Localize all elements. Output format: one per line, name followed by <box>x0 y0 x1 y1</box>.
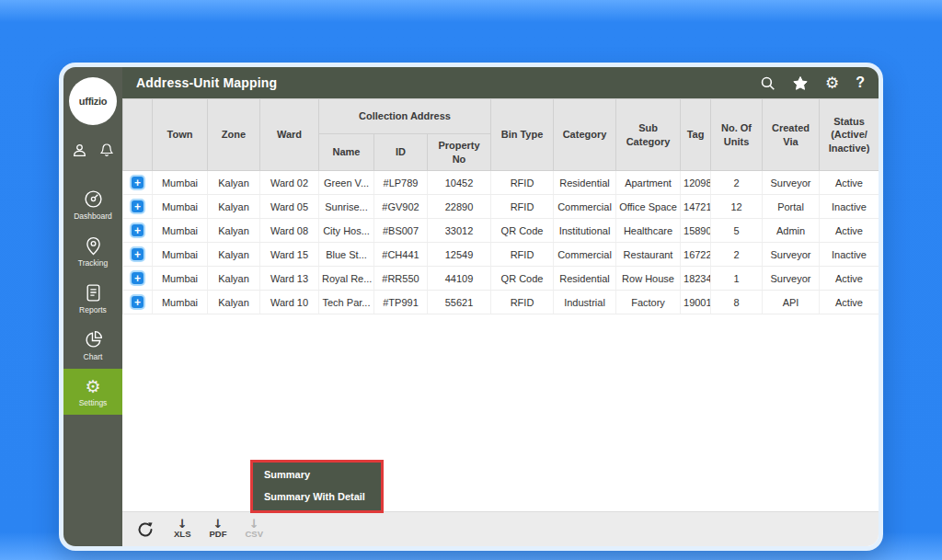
notifications-bell-icon[interactable] <box>99 143 114 162</box>
cell-tag: 18234 <box>681 267 711 291</box>
cell-category: Commercial <box>554 243 616 267</box>
col-header-bin-type: Bin Type <box>491 99 554 171</box>
cell-zone: Kalyan <box>208 243 260 267</box>
cell-property-no: 44109 <box>428 267 491 291</box>
cell-bin-type: QR Code <box>491 219 554 243</box>
cell-name: Blue St... <box>319 243 374 267</box>
cell-category: Industrial <box>554 291 616 314</box>
cell-town: Mumbai <box>153 267 208 291</box>
cell-units: 5 <box>711 219 763 243</box>
titlebar: Address-Unit Mapping ⚙ ? <box>122 67 879 98</box>
cell-zone: Kalyan <box>208 267 260 291</box>
cell-bin-type: RFID <box>491 195 554 219</box>
export-options-popup: Summary Summary With Detail <box>250 460 384 513</box>
expand-row-icon[interactable]: + <box>132 200 144 212</box>
sidebar-item-label: Chart <box>84 352 103 361</box>
address-unit-table-wrap: Town Zone Ward Collection Address Bin Ty… <box>122 98 879 511</box>
cell-ward: Ward 02 <box>260 171 319 195</box>
chart-icon <box>84 330 103 349</box>
col-header-category: Category <box>554 99 616 171</box>
cell-town: Mumbai <box>153 195 208 219</box>
sidebar: uffizio Dashboa <box>63 67 122 546</box>
refresh-icon[interactable] <box>135 520 155 540</box>
table-row: + Mumbai Kalyan Ward 02 Green V... #LP78… <box>123 171 879 195</box>
cell-tag: 15890 <box>681 219 711 243</box>
uffizio-logo: uffizio <box>69 77 117 125</box>
cell-created-via: Portal <box>763 195 820 219</box>
col-header-units: No. Of Units <box>711 99 763 171</box>
export-csv-button[interactable]: ↓ CSV <box>245 519 263 539</box>
cell-tag: 12098 <box>681 171 711 195</box>
cell-name: Sunrise... <box>319 195 374 219</box>
logo-text: uffizio <box>79 96 107 107</box>
cell-property-no: 22890 <box>428 195 491 219</box>
cell-sub-category: Factory <box>616 291 681 314</box>
table-row: + Mumbai Kalyan Ward 08 City Hos... #BS0… <box>123 219 879 243</box>
table-row: + Mumbai Kalyan Ward 05 Sunrise... #GV90… <box>123 195 879 219</box>
sidebar-item-label: Dashboard <box>74 211 112 221</box>
cell-category: Institutional <box>554 219 616 243</box>
user-icon[interactable] <box>72 143 87 162</box>
sidebar-item-tracking[interactable]: Tracking <box>63 228 122 275</box>
expand-row-icon[interactable]: + <box>132 272 144 284</box>
cell-ward: Ward 13 <box>260 267 319 291</box>
cell-sub-category: Restaurant <box>616 243 681 267</box>
favorite-star-icon[interactable] <box>792 75 809 91</box>
expand-row-icon[interactable]: + <box>132 224 144 236</box>
export-xls-button[interactable]: ↓ XLS <box>174 519 190 539</box>
cell-id: #RR550 <box>374 267 428 291</box>
page-title: Address-Unit Mapping <box>136 75 277 90</box>
cell-zone: Kalyan <box>208 219 260 243</box>
cell-created-via: Surveyor <box>763 267 820 291</box>
cell-ward: Ward 10 <box>260 291 319 314</box>
col-header-collection-address: Collection Address <box>319 99 491 134</box>
titlebar-icons: ⚙ ? <box>760 74 865 91</box>
cell-sub-category: Office Space <box>616 195 681 219</box>
cell-tag: 16722 <box>681 243 711 267</box>
menu-item-summary-with-detail[interactable]: Summary With Detail <box>253 485 381 510</box>
cell-category: Commercial <box>554 195 616 219</box>
cell-sub-category: Apartment <box>616 171 681 195</box>
cell-created-via: API <box>763 291 820 314</box>
cell-zone: Kalyan <box>208 195 260 219</box>
export-label: CSV <box>245 530 263 539</box>
col-header-property-no: Property No <box>428 134 491 171</box>
col-header-created-via: Created Via <box>763 99 820 171</box>
cell-status: Active <box>820 219 879 243</box>
settings-icon: ⚙ <box>85 377 100 395</box>
cell-status: Inactive <box>820 243 879 267</box>
cell-created-via: Surveyor <box>763 243 820 267</box>
cell-name: Tech Par... <box>319 291 374 314</box>
cell-town: Mumbai <box>153 171 208 195</box>
address-unit-table: Town Zone Ward Collection Address Bin Ty… <box>122 98 879 314</box>
cell-units: 12 <box>711 195 763 219</box>
menu-item-summary[interactable]: Summary <box>253 463 381 485</box>
cell-name: Royal Re... <box>319 267 374 291</box>
export-pdf-button[interactable]: ↓ PDF <box>209 519 226 539</box>
sidebar-item-settings[interactable]: ⚙ Settings <box>63 369 122 415</box>
cell-category: Residential <box>554 171 616 195</box>
cell-id: #BS007 <box>374 219 428 243</box>
sidebar-item-reports[interactable]: Reports <box>63 275 122 322</box>
col-header-sub-category: Sub Category <box>616 99 681 171</box>
cell-town: Mumbai <box>153 291 208 314</box>
expand-row-icon[interactable]: + <box>132 296 144 308</box>
table-row: + Mumbai Kalyan Ward 13 Royal Re... #RR5… <box>123 267 879 291</box>
col-header-id: ID <box>374 134 428 171</box>
cell-id: #GV902 <box>374 195 428 219</box>
cell-id: #LP789 <box>374 171 428 195</box>
help-icon[interactable]: ? <box>856 74 865 91</box>
search-icon[interactable] <box>760 75 775 91</box>
sidebar-item-label: Settings <box>79 398 108 407</box>
settings-gear-icon[interactable]: ⚙ <box>825 75 839 91</box>
cell-created-via: Surveyor <box>763 171 820 195</box>
cell-bin-type: RFID <box>491 171 554 195</box>
sidebar-item-label: Tracking <box>78 258 108 268</box>
export-label: PDF <box>209 530 226 539</box>
expand-row-icon[interactable]: + <box>132 177 144 189</box>
sidebar-item-chart[interactable]: Chart <box>63 322 122 369</box>
dashboard-icon <box>84 189 103 209</box>
expand-row-icon[interactable]: + <box>132 248 144 260</box>
cell-sub-category: Healthcare <box>616 219 681 243</box>
sidebar-item-dashboard[interactable]: Dashboard <box>63 181 122 228</box>
